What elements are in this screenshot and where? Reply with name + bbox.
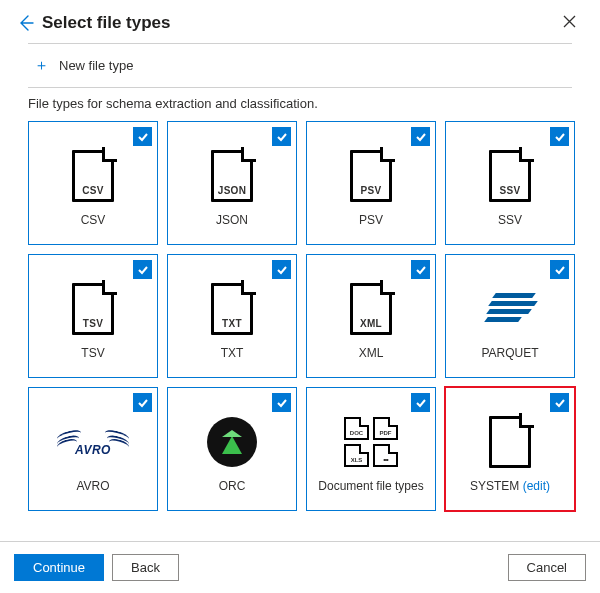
tile-label: ORC	[219, 479, 246, 493]
tile-tsv[interactable]: TSV TSV	[28, 254, 158, 378]
tile-ssv[interactable]: SSV SSV	[445, 121, 575, 245]
tile-txt[interactable]: TXT TXT	[167, 254, 297, 378]
tile-label: XML	[359, 346, 384, 360]
tile-system[interactable]: SYSTEM (edit)	[445, 387, 575, 511]
checkmark-icon	[272, 393, 291, 412]
tile-label: TSV	[81, 346, 104, 360]
checkmark-icon	[550, 127, 569, 146]
edit-link[interactable]: (edit)	[523, 479, 550, 493]
checkmark-icon	[133, 260, 152, 279]
dialog-footer: Continue Back Cancel	[0, 541, 600, 593]
cancel-button[interactable]: Cancel	[508, 554, 586, 581]
documents-icon: DOC PDF XLS	[344, 413, 398, 471]
continue-button[interactable]: Continue	[14, 554, 104, 581]
file-icon: JSON	[211, 147, 253, 205]
new-file-type-button[interactable]: ＋ New file type	[0, 44, 600, 87]
file-icon: XML	[350, 280, 392, 338]
checkmark-icon	[272, 127, 291, 146]
checkmark-icon	[411, 260, 430, 279]
close-button[interactable]	[557, 12, 582, 33]
file-icon: SSV	[489, 147, 531, 205]
checkmark-icon	[411, 127, 430, 146]
tile-label: SYSTEM (edit)	[470, 479, 550, 493]
avro-icon: AVRO	[57, 413, 129, 471]
file-icon: PSV	[350, 147, 392, 205]
file-icon	[489, 413, 531, 471]
tile-label: JSON	[216, 213, 248, 227]
orc-icon	[207, 413, 257, 471]
parquet-icon	[480, 280, 540, 338]
tile-psv[interactable]: PSV PSV	[306, 121, 436, 245]
tile-json[interactable]: JSON JSON	[167, 121, 297, 245]
description-text: File types for schema extraction and cla…	[0, 88, 600, 121]
plus-icon: ＋	[34, 56, 49, 75]
checkmark-icon	[272, 260, 291, 279]
back-button[interactable]: Back	[112, 554, 179, 581]
back-arrow-icon[interactable]	[18, 15, 34, 31]
tile-label: AVRO	[76, 479, 109, 493]
file-icon: TSV	[72, 280, 114, 338]
tile-label: SSV	[498, 213, 522, 227]
tile-csv[interactable]: CSV CSV	[28, 121, 158, 245]
tile-orc[interactable]: ORC	[167, 387, 297, 511]
tile-parquet[interactable]: PARQUET	[445, 254, 575, 378]
tile-label: PARQUET	[481, 346, 538, 360]
tile-label: PSV	[359, 213, 383, 227]
checkmark-icon	[550, 260, 569, 279]
file-type-grid: CSV CSV JSON JSON PSV PSV SSV SSV TSV TS…	[0, 121, 600, 511]
tile-label: TXT	[221, 346, 244, 360]
dialog-title: Select file types	[42, 13, 557, 33]
tile-avro[interactable]: AVRO AVRO	[28, 387, 158, 511]
checkmark-icon	[550, 393, 569, 412]
file-icon: CSV	[72, 147, 114, 205]
checkmark-icon	[133, 393, 152, 412]
tile-document-file-types[interactable]: DOC PDF XLS Document file types	[306, 387, 436, 511]
checkmark-icon	[133, 127, 152, 146]
tile-label: CSV	[81, 213, 106, 227]
tile-label: Document file types	[318, 479, 423, 493]
file-icon: TXT	[211, 280, 253, 338]
tile-xml[interactable]: XML XML	[306, 254, 436, 378]
checkmark-icon	[411, 393, 430, 412]
new-file-type-label: New file type	[59, 58, 133, 73]
